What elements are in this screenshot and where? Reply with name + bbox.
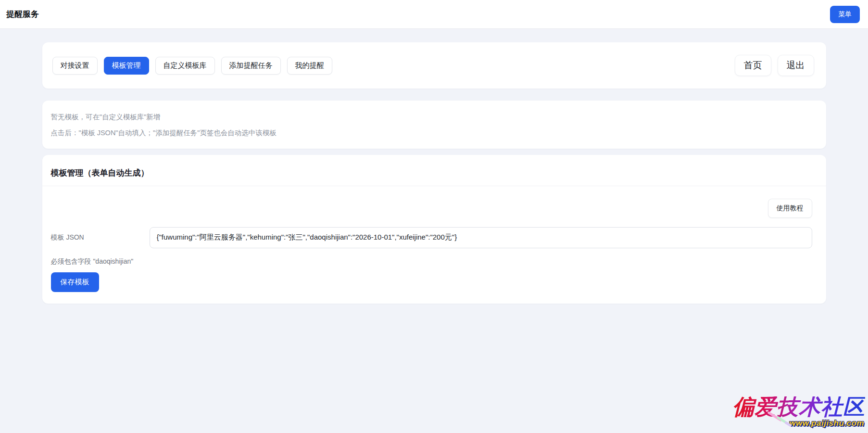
watermark-streak-icon: [767, 411, 782, 421]
save-row: 保存模板: [51, 272, 812, 292]
panel-header: 模板管理（表单自动生成）: [42, 155, 826, 186]
panel-body: 使用教程 模板 JSON 必须包含字段 "daoqishijian" 保存模板: [42, 199, 826, 292]
notice-card: 暂无模板，可在"自定义模板库"新增 点击后："模板 JSON"自动填入；"添加提…: [42, 101, 826, 149]
tab-add-reminder-task[interactable]: 添加提醒任务: [221, 57, 281, 75]
tab-my-reminders[interactable]: 我的提醒: [287, 57, 332, 75]
template-json-label: 模板 JSON: [51, 233, 150, 242]
nav-button-group: 首页 退出: [735, 55, 814, 76]
template-json-row: 模板 JSON: [51, 227, 812, 248]
app-title: 提醒服务: [6, 9, 39, 20]
top-bar: 提醒服务 菜单: [0, 0, 868, 29]
watermark-logo-text: 偏爱技术社区: [726, 396, 865, 418]
watermark-streak-icon: [777, 416, 789, 424]
panel-title: 模板管理（表单自动生成）: [51, 167, 818, 178]
required-field-hint: 必须包含字段 "daoqishijian": [51, 257, 812, 266]
save-template-button[interactable]: 保存模板: [51, 272, 99, 292]
template-management-panel: 模板管理（表单自动生成） 使用教程 模板 JSON 必须包含字段 "daoqis…: [42, 155, 826, 304]
template-json-input[interactable]: [150, 227, 812, 248]
tab-group: 对接设置 模板管理 自定义模板库 添加提醒任务 我的提醒: [52, 57, 332, 75]
tutorial-row: 使用教程: [51, 199, 812, 218]
panel-divider: [42, 186, 826, 186]
notice-line-1: 暂无模板，可在"自定义模板库"新增: [51, 112, 818, 122]
watermark-url: www.paijishu.com: [726, 419, 865, 428]
tutorial-button[interactable]: 使用教程: [768, 199, 812, 218]
tab-bar-card: 对接设置 模板管理 自定义模板库 添加提醒任务 我的提醒 首页 退出: [42, 42, 826, 89]
content-wrapper: 对接设置 模板管理 自定义模板库 添加提醒任务 我的提醒 首页 退出 暂无模板，…: [42, 42, 826, 304]
notice-line-2: 点击后："模板 JSON"自动填入；"添加提醒任务"页签也会自动选中该模板: [51, 128, 818, 138]
tab-template-management[interactable]: 模板管理: [104, 57, 149, 75]
site-watermark: 偏爱技术社区 www.paijishu.com: [726, 396, 865, 428]
menu-button[interactable]: 菜单: [830, 6, 860, 23]
watermark-streak-icon: [784, 421, 792, 427]
exit-button[interactable]: 退出: [778, 55, 814, 76]
tab-custom-template-library[interactable]: 自定义模板库: [155, 57, 215, 75]
tab-connection-settings[interactable]: 对接设置: [52, 57, 98, 75]
home-button[interactable]: 首页: [735, 55, 771, 76]
